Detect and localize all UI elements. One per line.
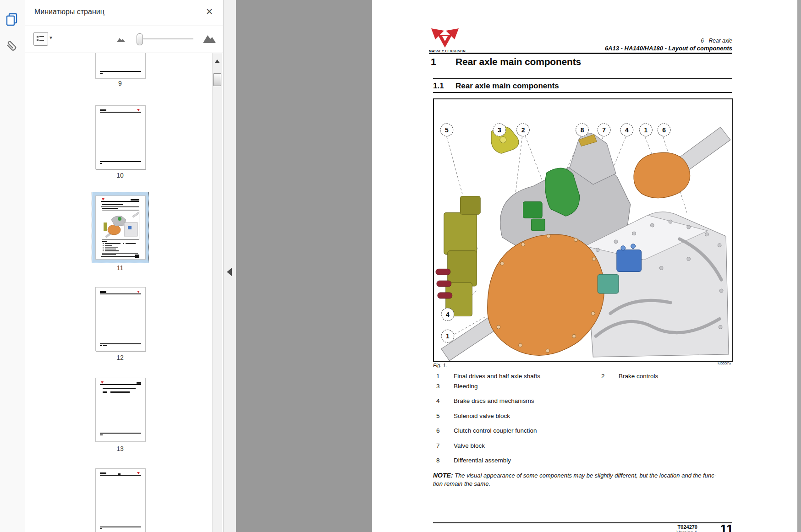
legend-item: 3Bleeding <box>436 383 478 390</box>
clutch-coupler <box>598 274 619 293</box>
close-icon[interactable]: ✕ <box>203 6 215 18</box>
pages-icon <box>5 12 20 27</box>
figure-callouts-top: 5 3 2 8 7 4 1 6 <box>440 124 670 136</box>
rule <box>433 78 732 79</box>
collapse-panel-icon[interactable] <box>227 268 232 276</box>
header-rule <box>429 53 732 54</box>
document-page: MASSEY FERGUSON 6 - Rear axle 6A13 - HA1… <box>372 0 797 532</box>
svg-text:4: 4 <box>446 311 450 318</box>
svg-text:3: 3 <box>498 126 501 134</box>
thumbnail-list: 9 10 <box>25 53 209 532</box>
thumbnails-toolbar: ▾ <box>25 26 223 53</box>
running-header-chapter: 6 - Rear axle <box>701 38 732 44</box>
legend-item: 1Final drives and half axle shafts <box>436 373 540 380</box>
legend-item: 5Solenoid valve block <box>436 413 510 419</box>
document-pane: MASSEY FERGUSON 6 - Rear axle 6A13 - HA1… <box>236 0 801 532</box>
svg-text:2: 2 <box>521 126 525 134</box>
thumbnail-page-10[interactable] <box>95 105 146 169</box>
small-mountain-icon[interactable] <box>116 36 126 43</box>
paperclip-icon <box>5 38 20 54</box>
valve-block <box>617 250 642 272</box>
brand-text: MASSEY FERGUSON <box>429 49 466 53</box>
rule <box>433 92 732 93</box>
scroll-up-arrow-icon[interactable] <box>215 60 219 63</box>
legend-item: 7Valve block <box>436 442 485 449</box>
footer-version: Version 1 <box>676 530 697 532</box>
thumbnail-page-11-selected[interactable] <box>92 192 149 263</box>
rear-axle-illustration: 5 3 2 8 7 4 1 6 <box>434 99 732 361</box>
panel-divider[interactable] <box>223 0 236 532</box>
footer-doc-code: T024270 <box>678 524 697 530</box>
running-header-section: 6A13 - HA140/HA180 - Layout of component… <box>605 45 732 52</box>
chevron-down-icon[interactable]: ▾ <box>49 34 52 41</box>
subsection-number: 1.1 <box>433 81 444 91</box>
thumbnail-label: 13 <box>95 445 145 452</box>
svg-text:1: 1 <box>446 332 450 340</box>
sidebar-scrollbar[interactable] <box>212 53 222 532</box>
mini-mf-logo <box>101 381 104 384</box>
thumbnail-page-9[interactable] <box>95 53 146 79</box>
panel-header: Миниатюры страниц ✕ <box>25 0 223 26</box>
attachments-panel-button[interactable] <box>5 38 20 54</box>
note-label: NOTE: <box>433 472 453 479</box>
legend-item: 4Brake discs and mechanisms <box>436 397 534 404</box>
footer-rule <box>433 522 732 523</box>
coupler-housing <box>634 152 690 198</box>
svg-text:7: 7 <box>602 126 606 134</box>
figure-caption: Fig. 1. <box>433 363 447 368</box>
thumbnail-label: 9 <box>95 80 145 87</box>
mini-mf-logo <box>137 472 140 474</box>
thumbnail-page-14[interactable] <box>95 468 146 532</box>
massey-ferguson-logo <box>430 28 460 49</box>
legend-item: 2Brake controls <box>601 373 658 380</box>
section-number: 1 <box>431 56 436 67</box>
thumbnail-label: 10 <box>95 172 145 179</box>
options-button[interactable] <box>33 32 48 46</box>
svg-text:8: 8 <box>581 126 584 134</box>
thumbnail-page-11 <box>95 195 146 260</box>
svg-text:1: 1 <box>644 126 648 134</box>
section-title: Rear axle main components <box>455 56 581 67</box>
note-paragraph: NOTE: The visual appearance of some comp… <box>433 472 716 479</box>
thumbnails-panel: Миниатюры страниц ✕ ▾ <box>25 0 223 532</box>
svg-text:5: 5 <box>445 126 449 134</box>
thumbnail-label: 11 <box>95 264 145 271</box>
legend-item: 6Clutch control coupler function <box>436 427 537 434</box>
note-paragraph-line2: tion remain the same. <box>433 480 490 487</box>
brake-solenoids <box>436 269 452 299</box>
final-drive-housing <box>488 234 604 355</box>
thumbnail-label: 12 <box>95 354 145 361</box>
thumbnail-page-13[interactable] <box>95 378 146 442</box>
left-tool-rail <box>0 0 25 532</box>
mini-footer-rule <box>100 71 141 72</box>
thumbnail-page-12[interactable] <box>95 287 146 351</box>
mini-mf-logo <box>137 291 140 293</box>
legend-item: 8Differential assembly <box>436 457 511 464</box>
mini-mf-logo <box>137 109 140 111</box>
subsection-title: Rear axle main components <box>455 81 559 91</box>
pdf-viewer-window: Миниатюры страниц ✕ ▾ <box>0 0 801 532</box>
thumbnail-size-slider-knob[interactable] <box>137 33 143 45</box>
figure-callouts-left: 4 1 <box>441 308 454 342</box>
list-options-icon <box>34 33 47 44</box>
mini-page-11-preview <box>96 196 144 258</box>
page-thumbnails-panel-button[interactable] <box>5 12 20 27</box>
large-mountain-icon[interactable] <box>203 33 216 43</box>
document-scrollbar[interactable] <box>797 0 801 532</box>
panel-title: Миниатюры страниц <box>34 8 104 16</box>
footer-page-number: 11 <box>720 522 733 532</box>
thumbnail-size-slider-track[interactable] <box>137 38 193 39</box>
figure-frame: 5 3 2 8 7 4 1 6 <box>433 98 733 362</box>
sidebar-scrollbar-thumb[interactable] <box>213 73 221 86</box>
svg-text:6: 6 <box>662 126 666 134</box>
svg-text:4: 4 <box>625 126 629 134</box>
figure-id-code: Id5557a <box>718 361 731 365</box>
